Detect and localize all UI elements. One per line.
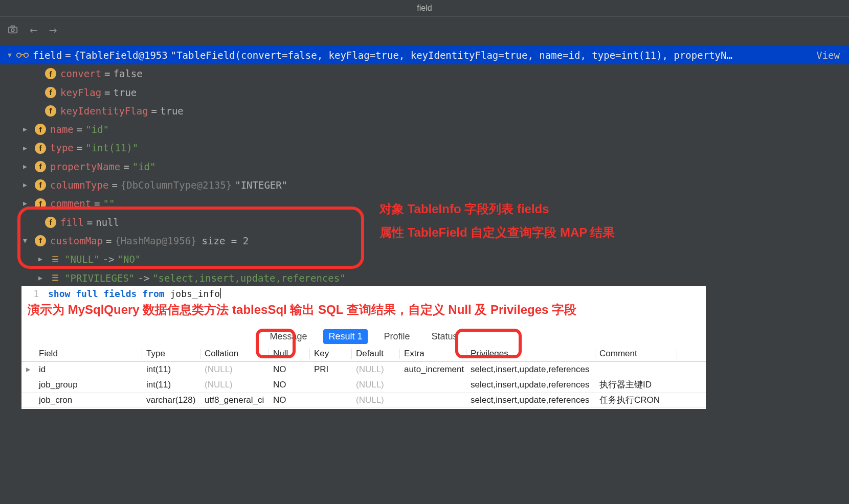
table-row[interactable]: job_cron varchar(128) utf8_general_ci NO…: [21, 393, 706, 408]
tree-row[interactable]: f columnType = {DbColumnType@2135} "INTE…: [0, 176, 849, 194]
tree-root-row[interactable]: field = {TableField@1953 "TableField(con…: [0, 46, 849, 64]
field-icon: f: [35, 179, 46, 191]
line-number: 1: [26, 288, 48, 299]
tree-row-map-entry[interactable]: ☰ "PRIVILEGES" -> "select,insert,update,…: [0, 269, 849, 287]
col-extra[interactable]: Extra: [400, 349, 466, 359]
field-icon: f: [35, 161, 46, 172]
expand-toggle-icon[interactable]: [20, 143, 30, 154]
tree-row[interactable]: f keyFlag = true: [0, 83, 849, 102]
sql-editor-line[interactable]: 1 show full fields from jobs_info: [21, 286, 706, 301]
text-cursor: [220, 288, 221, 299]
col-collation[interactable]: Collation: [200, 349, 269, 359]
svg-point-1: [11, 29, 14, 32]
tree-row[interactable]: f convert = false: [0, 64, 849, 83]
table-row[interactable]: job_group int(11) (NULL) NO (NULL) selec…: [21, 377, 706, 393]
tree-row[interactable]: f type = "int(11)": [0, 139, 849, 157]
field-icon: f: [45, 217, 56, 228]
camera-icon[interactable]: [7, 24, 18, 35]
tab-result1[interactable]: Result 1: [323, 329, 367, 344]
field-icon: f: [45, 87, 56, 98]
tree-row[interactable]: f name = "id": [0, 120, 849, 139]
table-row[interactable]: ▸ id int(11) (NULL) NO PRI (NULL) auto_i…: [21, 362, 706, 377]
tree-row-map-entry[interactable]: ☰ "NULL" -> "NO": [0, 250, 849, 268]
expand-toggle-icon[interactable]: [36, 272, 45, 284]
tab-profile[interactable]: Profile: [379, 329, 415, 344]
grid-header-row: Field Type Collation Null Key Default Ex…: [21, 347, 706, 362]
field-icon: f: [35, 235, 46, 246]
expand-toggle-icon[interactable]: [20, 179, 30, 191]
expand-toggle-icon[interactable]: [5, 50, 14, 61]
result-tabs: Message Result 1 Profile Status: [21, 328, 706, 345]
col-default[interactable]: Default: [352, 349, 400, 359]
expand-toggle-icon[interactable]: [20, 161, 30, 172]
field-icon: f: [45, 68, 56, 79]
col-null[interactable]: Null: [269, 349, 310, 359]
glasses-icon: [15, 51, 30, 60]
col-key[interactable]: Key: [310, 349, 352, 359]
back-arrow-icon[interactable]: ←: [30, 23, 38, 36]
field-icon: f: [35, 198, 46, 210]
result-grid: Field Type Collation Null Key Default Ex…: [21, 347, 706, 409]
tab-message[interactable]: Message: [264, 329, 312, 344]
field-icon: f: [35, 143, 46, 154]
tree-row[interactable]: f propertyName = "id": [0, 157, 849, 176]
expand-toggle-icon[interactable]: [36, 254, 45, 265]
variables-tree: field = {TableField@1953 "TableField(con…: [0, 42, 849, 287]
tab-status[interactable]: Status: [427, 329, 463, 344]
root-var-name: field: [33, 47, 62, 63]
expand-toggle-icon[interactable]: [20, 124, 30, 135]
forward-arrow-icon[interactable]: →: [49, 23, 57, 36]
map-entry-icon: ☰: [50, 273, 60, 283]
svg-point-3: [17, 53, 21, 57]
debugger-toolbar: ← →: [0, 16, 849, 42]
row-handle-icon[interactable]: ▸: [21, 364, 35, 375]
map-entry-icon: ☰: [50, 255, 60, 264]
window-titlebar: field: [0, 0, 849, 16]
expand-toggle-icon[interactable]: [20, 198, 30, 209]
annotation-text-2: 演示为 MySqlQuery 数据信息类方法 tablesSql 输出 SQL …: [28, 302, 576, 318]
col-privileges[interactable]: Privileges: [466, 349, 595, 359]
svg-rect-2: [11, 26, 14, 27]
svg-point-4: [24, 53, 28, 57]
window-title: field: [417, 4, 432, 13]
field-icon: f: [45, 105, 56, 117]
col-field[interactable]: Field: [35, 349, 142, 359]
col-comment[interactable]: Comment: [595, 349, 677, 359]
tree-row[interactable]: f keyIdentityFlag = true: [0, 102, 849, 120]
annotation-text-1: 对象 TableInfo 字段列表 fields 属性 TableField 自…: [379, 197, 615, 244]
svg-rect-0: [9, 27, 17, 33]
expand-toggle-icon[interactable]: [20, 235, 30, 246]
col-type[interactable]: Type: [142, 349, 200, 359]
field-icon: f: [35, 124, 46, 135]
view-link[interactable]: View: [816, 47, 844, 63]
